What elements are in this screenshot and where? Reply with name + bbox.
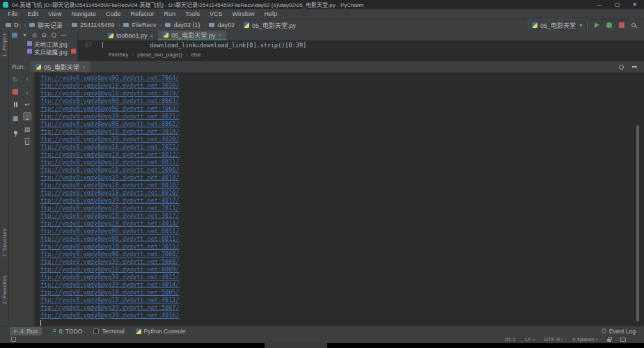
menu-item[interactable]: Refactor — [125, 10, 159, 17]
console-ftp-link[interactable]: ftp://ygdy8:ygdy8@yg90.dydytt.net:8062/ — [40, 120, 644, 128]
search-icon[interactable] — [631, 23, 636, 27]
tree-item[interactable]: 天地江湖.jpg — [9, 40, 77, 47]
console-ftp-link[interactable]: ftp://ygdy8:ygdy8@yg18.dydytt.net:8010/ — [40, 182, 644, 189]
event-log-button[interactable]: Event Log — [602, 328, 644, 335]
console-ftp-link[interactable]: ftp://ygdy8:ygdy8@yg18.dydytt.net:8009/ — [40, 266, 644, 274]
console-ftp-link[interactable]: ftp://ygdy8:ygdy8@yg18.dydytt.net:5005/ — [40, 289, 644, 296]
close-button[interactable]: ✕ — [632, 1, 637, 8]
caret-position[interactable]: 41:1 — [505, 336, 516, 342]
console-ftp-link[interactable]: ftp://ygdy8:ygdy8@yg39.dydytt.net:4021/ — [40, 113, 644, 120]
run-panel-tab[interactable]: 05_电影天堂 × — [31, 61, 91, 72]
console-ftp-link[interactable]: ftp://ygdy8:ygdy8@yg39.dydytt.net:4015/ — [40, 274, 644, 281]
tool-button-terminal[interactable]: Terminal — [93, 328, 124, 335]
indent-select[interactable]: 4 spaces▾ — [572, 336, 598, 342]
breadcrumb-folder[interactable]: D: — [6, 22, 29, 29]
lock-icon[interactable] — [607, 339, 611, 342]
clear-all-icon[interactable] — [23, 138, 31, 146]
console-ftp-link[interactable]: ftp://ygdy8:ygdy8@yg39.dydytt.net:4018/ — [40, 174, 644, 182]
run-configuration-select[interactable]: 05_电影天堂 ▼ — [528, 19, 588, 31]
console-ftp-link[interactable]: ftp://ygdy8:ygdy8@yg18.dydytt.net:8011/ — [40, 159, 644, 166]
breadcrumb-file[interactable]: 05_电影天堂.py — [244, 21, 296, 30]
rerun-icon[interactable]: ↻ — [11, 75, 19, 84]
code-line[interactable]: 67 download_link=download_link[0].strip(… — [78, 40, 644, 50]
close-icon[interactable]: × — [82, 64, 86, 70]
soft-wrap-icon[interactable]: ↩ — [23, 100, 31, 109]
print-icon[interactable]: ▤ — [23, 125, 31, 134]
menu-item[interactable]: Code — [101, 10, 126, 17]
chevron-down-icon[interactable]: ▼ — [22, 33, 27, 38]
editor-breadcrumb-item[interactable]: parse_two_page() — [128, 52, 182, 58]
hide-panel-icon[interactable] — [61, 35, 66, 36]
editor-breadcrumb-item[interactable]: else — [182, 52, 201, 58]
scroll-to-end-icon[interactable]: ↓ — [23, 112, 31, 120]
console-ftp-link[interactable]: ftp://ygdy8:ygdy8@yg39.dydytt.net:4020/ — [40, 136, 644, 143]
console-ftp-link[interactable]: ftp://ygdy8:ygdy8@yg18.dydytt.net:3020/ — [40, 82, 644, 90]
menu-item[interactable]: Edit — [23, 10, 44, 17]
console-ftp-link[interactable]: ftp://ygdy8:ygdy8@yg18.dydytt.net:3015/ — [40, 243, 644, 251]
console-ftp-link[interactable]: ftp://ygdy8:ygdy8@yg90.dydytt.net:6011/ — [40, 228, 644, 235]
console-ftp-link[interactable]: ftp://ygdy8:ygdy8@yg39.dydytt.net:5007/ — [40, 304, 644, 312]
minimize-button[interactable]: — — [597, 1, 602, 8]
editor-tab-movie[interactable]: 05_电影天堂.py × — [158, 31, 226, 40]
debug-button[interactable] — [606, 22, 612, 28]
up-stack-trace-icon[interactable]: ↑ — [23, 75, 31, 84]
project-view-icon[interactable] — [12, 33, 17, 38]
sidebar-item-project[interactable]: 1: Project — [1, 33, 8, 57]
tool-button-python-console[interactable]: Python Console — [136, 328, 186, 335]
sidebar-item-structure[interactable]: 7: Structure — [1, 228, 8, 257]
line-separator-select[interactable]: LF▾ — [525, 336, 535, 342]
console-ftp-link[interactable]: ftp://ygdy8:ygdy8@yg18.dydytt.net:7012/ — [40, 143, 644, 151]
console-ftp-link[interactable]: ftp://ygdy8:ygdy8@yg18.dydytt.net:7011/ — [40, 205, 644, 212]
console-ftp-link[interactable]: ftp://ygdy8:ygdy8@yg39.dydytt.net:4014/ — [40, 281, 644, 289]
pause-output-icon[interactable] — [11, 100, 19, 109]
tool-button-todo[interactable]: ≡ 6: TODO — [53, 328, 82, 335]
tool-window-switcher-icon[interactable] — [11, 337, 16, 342]
console-ftp-link[interactable]: ftp://ygdy8:ygdy8@yg18.dydytt.net:3019/ — [40, 90, 644, 97]
pin-tab-icon[interactable] — [11, 128, 19, 136]
console-ftp-link[interactable]: ftp://ygdy8:ygdy8@yg18.dydytt.net:4013/ — [40, 296, 644, 304]
menu-item[interactable]: Window — [228, 10, 260, 17]
encoding-select[interactable]: UTF-8▾ — [544, 336, 563, 342]
console-ftp-link[interactable]: ftp://ygdy8:ygdy8@yg39.dydytt.net:4016/ — [40, 312, 644, 319]
console-ftp-link[interactable]: ftp://ygdy8:ygdy8@yg90.dydytt.net:7060/ — [40, 251, 644, 258]
restore-layout-icon[interactable]: ▦ — [11, 114, 19, 122]
breadcrumb-folder[interactable]: day02 — [209, 22, 244, 29]
menu-item[interactable]: File — [3, 10, 23, 17]
console-ftp-link[interactable]: ftp://ygdy8:ygdy8@yg90.dydytt.net:7064/ — [40, 74, 644, 82]
locate-file-icon[interactable]: ◎ — [32, 32, 37, 38]
sidebar-item-favorites[interactable]: 2: Favorites — [1, 276, 8, 305]
menu-item[interactable]: Help — [260, 10, 283, 17]
gear-icon[interactable] — [619, 65, 624, 70]
breadcrumb-folder[interactable]: 聊天记录 — [29, 21, 72, 30]
console-ftp-link[interactable]: ftp://ygdy8:ygdy8@yg18.dydytt.net:8010/ — [40, 189, 644, 197]
menu-item[interactable]: View — [43, 10, 66, 17]
stop-button[interactable] — [619, 22, 625, 28]
menu-item[interactable]: Run — [159, 10, 180, 17]
console-ftp-link[interactable]: ftp://ygdy8:ygdy8@yg39.dydytt.net:4017/ — [40, 197, 644, 205]
console-ftp-link[interactable]: ftp://ygdy8:ygdy8@yg18.dydytt.net:5006/ — [40, 166, 644, 174]
console-ftp-link[interactable]: ftp://ygdy8:ygdy8@yg90.dydytt.net:7063/ — [40, 105, 644, 113]
menu-item[interactable]: VCS — [205, 10, 228, 17]
taskbar-item[interactable] — [265, 343, 327, 348]
tree-item[interactable]: 玄兵破魔.jpg — [9, 47, 77, 55]
console-ftp-link[interactable]: ftp://ygdy8:ygdy8@yg18.dydytt.net:3017/ — [40, 212, 644, 220]
breadcrumb-folder[interactable]: 2541145459 — [72, 22, 123, 29]
editor-tab-taobao1[interactable]: taobao1.py × — [103, 31, 158, 40]
console-ftp-link[interactable]: ftp://ygdy8:ygdy8@yg18.dydytt.net:8012/ — [40, 151, 644, 159]
inspections-monitor-icon[interactable] — [620, 338, 626, 342]
maximize-button[interactable]: ▢ — [615, 1, 620, 8]
console-ftp-link[interactable]: ftp://ygdy8:ygdy8@yg18.dydytt.net:4014/ — [40, 220, 644, 228]
console-ftp-link[interactable]: ftp://ygdy8:ygdy8@yg39.dydytt.net:5008/ — [40, 258, 644, 266]
close-icon[interactable]: × — [218, 32, 221, 38]
console-ftp-link[interactable]: ftp://ygdy8:ygdy8@yg90.dydytt.net:6011/ — [40, 235, 644, 243]
tool-button-run[interactable]: 4: Run — [10, 327, 42, 335]
console-ftp-link[interactable]: ftp://ygdy8:ygdy8@yg90.dydytt.net:8063/ — [40, 97, 644, 105]
console-scrollbar[interactable] — [636, 125, 639, 322]
menu-item[interactable]: Tools — [180, 10, 205, 17]
collapse-all-icon[interactable]: ⊟ — [42, 32, 47, 38]
down-stack-trace-icon[interactable]: ↓ — [23, 88, 31, 96]
breadcrumb-folder[interactable]: day02 (1) — [165, 22, 209, 29]
editor-breadcrumb-item[interactable]: FilmSky — [109, 52, 128, 58]
hide-panel-icon[interactable] — [632, 66, 637, 68]
stop-icon[interactable] — [11, 88, 19, 96]
